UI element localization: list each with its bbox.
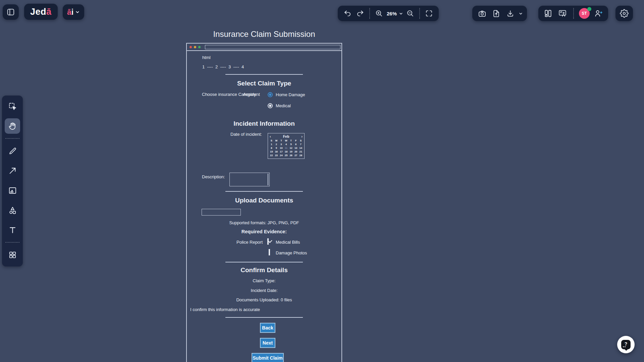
invite-user-button[interactable] [593,7,604,19]
toolbar-divider [369,8,370,19]
next-button[interactable]: Next [260,338,275,348]
calendar-day[interactable]: 11 [284,146,289,150]
calendar-day[interactable]: 1 [269,142,274,146]
ai-menu-button[interactable]: āi [63,4,84,20]
invite-user-icon [594,9,603,18]
tools-sidebar [2,96,23,266]
sidebar-toggle-button[interactable] [3,4,19,20]
import-file-button[interactable] [490,7,502,19]
calendar-day[interactable]: 17 [279,150,284,154]
present-icon [558,9,567,18]
calendar-day[interactable]: 13 [293,146,299,150]
file-upload-input[interactable] [202,209,241,216]
canvas-object-title[interactable]: Insurance Claim Submission [186,29,342,39]
avatar-initials: ST [582,11,587,16]
calendar-day-header: S [269,139,274,142]
calendar-header: ‹ Feb › [269,134,303,139]
tool-arrow[interactable] [5,163,20,178]
back-button[interactable]: Back [260,323,275,333]
present-button[interactable] [557,7,568,19]
calendar-day-header: S [298,139,303,142]
tool-templates[interactable] [5,247,20,262]
submit-claim-button[interactable]: Submit Claim [252,353,284,362]
calendar-day[interactable]: 25 [284,154,289,157]
avatar[interactable]: ST [579,8,590,19]
calendar-day[interactable]: 18 [284,150,289,154]
camera-icon [478,9,486,18]
fit-screen-button[interactable] [423,7,435,19]
tool-select[interactable] [5,99,20,114]
calendar-day[interactable]: 4 [284,142,289,146]
calendar-day[interactable]: 9 [274,146,279,150]
toolbar-divider [573,8,574,19]
checkbox-medical-bills[interactable] [267,238,269,245]
zoom-in-button[interactable] [373,7,385,19]
tool-shapes[interactable] [5,202,20,218]
maximize-dot-icon [198,46,201,48]
calendar-next-icon[interactable]: › [301,134,303,138]
calendar-day[interactable]: 26 [288,154,293,157]
calendar-day[interactable]: 27 [293,154,299,157]
download-button[interactable] [504,7,516,19]
calendar-prev-icon[interactable]: ‹ [270,134,271,138]
browser-mockup[interactable]: html 1 ---- 2 ---- 3 ---- 4 Select Claim… [186,43,342,362]
radio-icon[interactable] [268,103,273,108]
calendar-day[interactable]: 24 [279,154,284,157]
calendar-day[interactable]: 3 [279,142,284,146]
section-divider [225,317,303,318]
help-button[interactable]: ? [617,336,635,353]
download-chevron-down-icon[interactable] [519,11,523,16]
zoom-chevron-down-icon[interactable] [399,11,403,16]
calendar-day[interactable]: 10 [279,146,284,150]
tool-image[interactable] [5,183,20,198]
radio-option-home-damage[interactable]: Home Damage [268,91,305,98]
section-divider [225,74,303,75]
url-bar[interactable] [205,45,340,49]
boards-button[interactable] [542,7,554,19]
panel-layout-icon [6,8,15,16]
zoom-in-icon [375,9,383,17]
calendar-day[interactable]: 28 [298,154,303,157]
radio-option-medical[interactable]: Medical [268,102,291,109]
screenshot-button[interactable] [476,7,488,19]
app-logo[interactable]: Jedā [24,4,58,20]
calendar-day[interactable]: 19 [288,150,293,154]
date-picker-calendar[interactable]: ‹ Feb › SMTWTFS 123456789101112131415161… [268,133,305,159]
calendar-day[interactable]: 2 [274,142,279,146]
pen-icon [8,146,17,156]
step-indicator: 1 ---- 2 ---- 3 ---- 4 [202,64,244,69]
calendar-day[interactable]: 6 [293,142,299,146]
tool-hand[interactable] [5,118,20,134]
checkbox-damage-photos[interactable] [269,249,270,255]
settings-button[interactable] [615,6,633,21]
calendar-day[interactable]: 7 [298,142,303,146]
calendar-day-headers: SMTWTFS [269,139,303,142]
calendar-day[interactable]: 16 [274,150,279,154]
calendar-day[interactable]: 20 [293,150,299,154]
calendar-day-grid: 1234567891011121314151617181920212223242… [269,142,303,157]
tool-pen[interactable] [5,143,20,159]
calendar-day[interactable]: 15 [269,150,274,154]
calendar-day[interactable]: 8 [269,146,274,150]
calendar-day[interactable]: 23 [274,154,279,157]
undo-icon [343,9,352,17]
calendar-day[interactable]: 5 [288,142,293,146]
radio-selected-icon[interactable] [268,92,273,97]
undo-button[interactable] [342,7,353,19]
brand-text: Jedā [30,7,52,17]
calendar-day[interactable]: 12 [288,146,293,150]
calendar-day[interactable]: 21 [298,150,303,154]
section-divider [225,262,303,262]
zoom-level-value[interactable]: 26% [387,11,397,16]
description-textarea[interactable] [229,173,270,186]
tool-text[interactable] [5,222,20,238]
redo-button[interactable] [355,7,366,19]
image-icon [8,186,17,195]
calendar-day[interactable]: 14 [298,146,303,150]
download-icon [506,9,515,18]
calendar-day[interactable]: 22 [269,154,274,157]
zoom-out-button[interactable] [405,7,416,19]
zoom-out-icon [406,9,414,17]
redo-icon [356,9,364,17]
arrow-icon [8,166,17,175]
